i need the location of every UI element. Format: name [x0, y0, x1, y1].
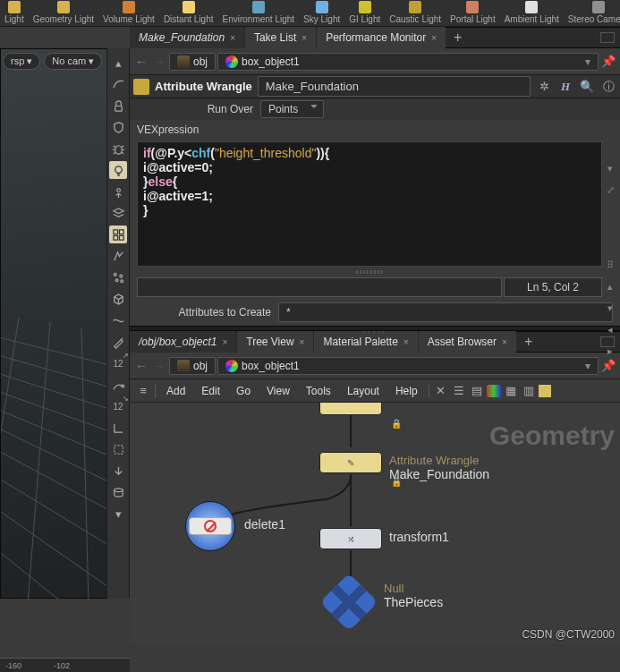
- tab-box-object[interactable]: /obj/box_object1×: [130, 331, 236, 353]
- info-icon[interactable]: ⓘ: [600, 79, 616, 95]
- back-icon[interactable]: ←: [133, 358, 149, 374]
- menu-edit[interactable]: Edit: [194, 382, 227, 400]
- back-icon[interactable]: ←: [133, 54, 149, 70]
- shelf-caustic-light[interactable]: Caustic Light: [385, 0, 446, 26]
- resize-grip[interactable]: [137, 268, 602, 276]
- shelf-geometry-light[interactable]: Geometry Light: [29, 0, 98, 26]
- shelf-ambient-light[interactable]: Ambient Light: [500, 0, 564, 26]
- pin-icon[interactable]: 📌: [600, 54, 616, 70]
- tab-asset-browser[interactable]: Asset Browser×: [419, 331, 516, 353]
- tool-layers-icon[interactable]: [109, 204, 127, 222]
- h-icon[interactable]: H: [557, 79, 573, 95]
- node-input[interactable]: 🔒: [319, 403, 382, 415]
- prev-icon[interactable]: ◂: [603, 322, 617, 336]
- forward-icon[interactable]: →: [151, 358, 167, 374]
- close-icon[interactable]: ×: [403, 337, 409, 347]
- shelf-volume-light[interactable]: Volume Light: [98, 0, 159, 26]
- shelf-distant-light[interactable]: Distant Light: [159, 0, 218, 26]
- wrench-icon[interactable]: ✕: [433, 383, 449, 399]
- tool-cube-icon[interactable]: [109, 290, 127, 308]
- tab-take-list[interactable]: Take List×: [245, 27, 316, 48]
- tab-make-foundation[interactable]: Make_Foundation×: [130, 27, 244, 48]
- crumb-obj[interactable]: obj: [169, 357, 216, 375]
- tool-cubes-icon[interactable]: [109, 225, 127, 243]
- shelf-sky-light[interactable]: Sky Light: [299, 0, 344, 26]
- persp-chip[interactable]: rsp ▾: [3, 53, 40, 70]
- node-wrangle[interactable]: ✎ Attribute Wrangle Make_Foundation 🔒: [319, 452, 382, 473]
- attr-create-field[interactable]: [278, 302, 613, 322]
- menu-help[interactable]: Help: [388, 382, 425, 400]
- crumb-node[interactable]: box_object1▾: [217, 53, 599, 71]
- tool-arrow-down-icon[interactable]: [109, 462, 127, 480]
- close-icon[interactable]: ×: [502, 337, 507, 347]
- tool-bounds-icon[interactable]: [109, 440, 127, 458]
- node-transform[interactable]: ⤭ transform1: [319, 528, 382, 549]
- tool-axes-icon[interactable]: [109, 419, 127, 437]
- collapse-icon[interactable]: ▾: [603, 161, 617, 175]
- stow-icon[interactable]: [600, 32, 615, 43]
- tool-draw-icon[interactable]: [109, 376, 127, 394]
- tool-lock-icon[interactable]: [109, 97, 127, 115]
- tool-down-icon[interactable]: ▾: [109, 505, 127, 523]
- search-icon[interactable]: 🔍: [579, 79, 595, 95]
- shelf-stereo-camera[interactable]: Stereo Camera: [564, 0, 620, 26]
- tool-reflection-icon[interactable]: [109, 183, 127, 200]
- menu-layout[interactable]: Layout: [340, 382, 386, 400]
- network-canvas[interactable]: Geometry 🔒 ✎ Attribute Wrangle Make_Foun…: [130, 403, 620, 644]
- tool-12-down-icon[interactable]: 12↘: [109, 397, 127, 415]
- shelf-gi-light[interactable]: GI Light: [344, 0, 385, 26]
- tool-bug-icon[interactable]: [109, 140, 127, 157]
- tool-particles-icon[interactable]: [109, 268, 127, 286]
- tool-brush-icon[interactable]: [109, 333, 127, 351]
- tool-shield-icon[interactable]: [109, 118, 127, 136]
- close-icon[interactable]: ×: [302, 33, 307, 43]
- grip-icon[interactable]: ⠿: [603, 258, 617, 272]
- node-name-field[interactable]: [258, 76, 531, 97]
- tool-disk-icon[interactable]: [109, 483, 127, 501]
- viewport[interactable]: rsp ▾ No cam ▾: [0, 48, 107, 599]
- run-over-select[interactable]: Points: [260, 100, 324, 118]
- crumb-node[interactable]: box_object1▾: [217, 357, 599, 375]
- vex-code-editor[interactable]: if(@P.y<chf("height_threshold")){ i@acti…: [137, 141, 602, 267]
- scroll-up-icon[interactable]: ▴: [603, 279, 617, 293]
- tool-12-up-icon[interactable]: 12↗: [109, 354, 127, 372]
- gear-icon[interactable]: ✲: [536, 79, 552, 95]
- list-icon[interactable]: ≡: [135, 383, 151, 399]
- add-tab-icon[interactable]: +: [446, 30, 469, 46]
- menu-add[interactable]: Add: [159, 382, 192, 400]
- expand-editor-icon[interactable]: ⤢: [603, 183, 617, 197]
- node-null[interactable]: Null ThePieces: [328, 582, 369, 623]
- close-icon[interactable]: ×: [300, 337, 305, 347]
- tab-performance-monitor[interactable]: Performance Monitor×: [317, 27, 446, 48]
- tool-fx-icon[interactable]: [109, 247, 127, 265]
- node-delete[interactable]: delete1: [185, 501, 235, 551]
- treeview-icon[interactable]: ☰: [451, 383, 467, 399]
- forward-icon[interactable]: →: [151, 54, 167, 70]
- listmode-icon[interactable]: ▤: [469, 383, 485, 399]
- pane-splitter[interactable]: [130, 326, 620, 331]
- menu-view[interactable]: View: [259, 382, 297, 400]
- note-icon[interactable]: [539, 385, 551, 397]
- close-icon[interactable]: ×: [230, 33, 235, 43]
- cam-chip[interactable]: No cam ▾: [44, 53, 102, 70]
- grid-icon[interactable]: ▦: [503, 383, 519, 399]
- tool-curve-icon[interactable]: [109, 75, 127, 93]
- scroll-down-icon[interactable]: ▾: [603, 301, 617, 315]
- tool-up-icon[interactable]: ▴: [109, 54, 127, 72]
- crumb-obj[interactable]: obj: [169, 53, 216, 71]
- sheet-icon[interactable]: ▥: [521, 383, 537, 399]
- add-tab-icon[interactable]: +: [517, 334, 539, 350]
- close-icon[interactable]: ×: [222, 337, 227, 347]
- tab-tree-view[interactable]: Tree View×: [237, 331, 313, 353]
- shelf-light[interactable]: Light: [0, 0, 29, 26]
- menu-go[interactable]: Go: [229, 382, 258, 400]
- tool-cable-icon[interactable]: [109, 311, 127, 329]
- menu-tools[interactable]: Tools: [299, 382, 338, 400]
- next-icon[interactable]: ▸: [603, 344, 617, 358]
- pin-icon[interactable]: 📌: [600, 358, 616, 374]
- tool-lightbulb-icon[interactable]: [109, 161, 127, 179]
- shelf-environment-light[interactable]: Environment Light: [217, 0, 299, 26]
- shelf-portal-light[interactable]: Portal Light: [446, 0, 500, 26]
- close-icon[interactable]: ×: [431, 33, 437, 43]
- palette-icon[interactable]: [487, 385, 501, 397]
